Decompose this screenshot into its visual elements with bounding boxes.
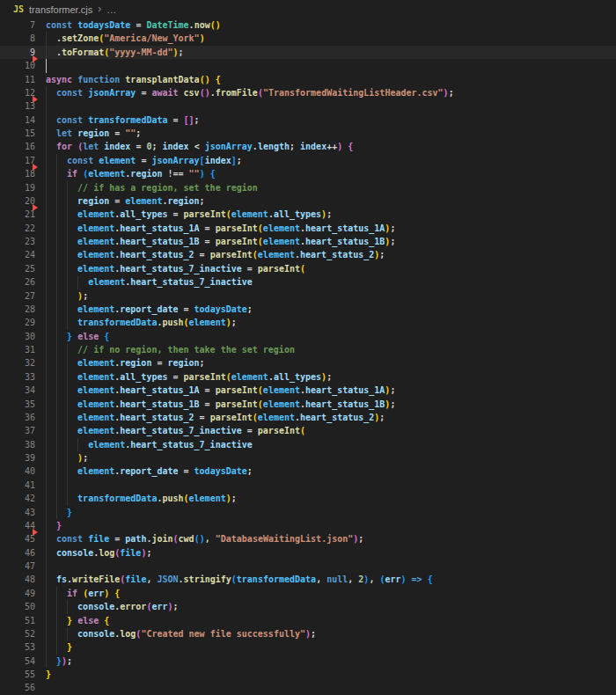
code-line[interactable]: 53}	[0, 640, 616, 654]
line-number[interactable]: 12	[0, 86, 35, 99]
breadcrumb-symbol-ellipsis[interactable]: …	[106, 4, 116, 15]
line-number[interactable]: 51	[0, 614, 35, 627]
line-number[interactable]: 22	[0, 222, 35, 235]
line-number[interactable]: 8	[0, 32, 35, 45]
code-editor[interactable]: 7const todaysDate = DateTime.now()8.setZ…	[0, 18, 616, 695]
line-number[interactable]: 41	[0, 479, 35, 492]
line-number[interactable]: 10	[0, 59, 35, 72]
line-number[interactable]: 34	[0, 384, 35, 397]
line-number[interactable]: 21	[0, 208, 35, 221]
breakpoint-marker-icon[interactable]	[33, 529, 38, 536]
line-number[interactable]: 38	[0, 438, 35, 451]
code-line[interactable]: 43}	[0, 506, 616, 519]
line-number[interactable]: 9	[0, 46, 35, 59]
line-number[interactable]: 33	[0, 370, 35, 384]
code-line[interactable]: 25element.heart_status_7_inactive = pars…	[0, 262, 616, 275]
line-number[interactable]: 18	[0, 167, 35, 180]
code-line[interactable]: 8.setZone("America/New_York")	[0, 32, 616, 45]
line-number[interactable]: 56	[0, 681, 35, 694]
code-line[interactable]: 34element.heart_status_1A = parseInt(ele…	[0, 384, 616, 397]
line-number[interactable]: 26	[0, 275, 35, 289]
breakpoint-marker-icon[interactable]	[33, 96, 38, 103]
line-number[interactable]: 48	[0, 573, 35, 586]
line-number[interactable]: 11	[0, 73, 35, 86]
code-line[interactable]: 30} else {	[0, 330, 616, 343]
line-number[interactable]: 24	[0, 248, 35, 261]
code-line[interactable]: 23element.heart_status_1B = parseInt(ele…	[0, 235, 616, 248]
breakpoint-marker-icon[interactable]	[33, 164, 38, 171]
code-line[interactable]: 47	[0, 560, 616, 573]
line-number[interactable]: 35	[0, 398, 35, 411]
line-number[interactable]: 14	[0, 113, 35, 127]
code-line[interactable]: 15let region = "";	[0, 127, 616, 140]
code-line[interactable]: 54});	[0, 655, 616, 668]
line-number[interactable]: 47	[0, 560, 35, 573]
breakpoint-marker-icon[interactable]	[33, 204, 38, 211]
line-number[interactable]: 23	[0, 235, 35, 248]
line-number[interactable]: 30	[0, 330, 35, 343]
line-number[interactable]: 27	[0, 289, 35, 303]
code-line[interactable]: 36element.heart_status_2 = parseInt(elem…	[0, 411, 616, 424]
line-number[interactable]: 29	[0, 316, 35, 329]
line-number[interactable]: 32	[0, 356, 35, 369]
code-line[interactable]: 40element.report_date = todaysDate;	[0, 465, 616, 478]
line-number[interactable]: 25	[0, 262, 35, 275]
code-line[interactable]: 29transformedData.push(element);	[0, 316, 616, 329]
code-line[interactable]: 45const file = path.join(cwd(), "Databas…	[0, 532, 616, 545]
code-line[interactable]: 41	[0, 479, 616, 492]
line-number[interactable]: 52	[0, 627, 35, 640]
line-number[interactable]: 53	[0, 640, 35, 654]
line-number[interactable]: 44	[0, 519, 35, 532]
code-line[interactable]: 19// if has a region, set the region	[0, 181, 616, 194]
line-number[interactable]: 16	[0, 140, 35, 153]
code-line[interactable]: 17const element = jsonArray[index];	[0, 154, 616, 167]
line-number[interactable]: 49	[0, 587, 35, 600]
code-line[interactable]: 28element.report_date = todaysDate;	[0, 303, 616, 316]
line-number[interactable]: 39	[0, 451, 35, 465]
line-number[interactable]: 19	[0, 181, 35, 194]
code-line[interactable]: 14const transformedData = [];	[0, 113, 616, 127]
code-line[interactable]: 24element.heart_status_2 = parseInt(elem…	[0, 248, 616, 261]
code-line[interactable]: 33element.all_types = parseInt(element.a…	[0, 370, 616, 384]
code-line[interactable]: 18if (element.region !== "") {	[0, 167, 616, 180]
line-number[interactable]: 50	[0, 600, 35, 613]
line-number[interactable]: 7	[0, 18, 35, 32]
line-number[interactable]: 20	[0, 194, 35, 208]
line-number[interactable]: 45	[0, 532, 35, 545]
line-number[interactable]: 13	[0, 99, 35, 113]
line-number[interactable]: 36	[0, 411, 35, 424]
code-line[interactable]: 55}	[0, 668, 616, 681]
code-line[interactable]: 32element.region = region;	[0, 356, 616, 369]
line-number[interactable]: 42	[0, 492, 35, 505]
code-line[interactable]: 46console.log(file);	[0, 546, 616, 560]
line-number[interactable]: 46	[0, 546, 35, 560]
code-line[interactable]: 56	[0, 681, 616, 694]
code-line[interactable]: 42transformedData.push(element);	[0, 492, 616, 505]
line-number[interactable]: 31	[0, 343, 35, 356]
code-line[interactable]: 13	[0, 99, 616, 113]
code-line[interactable]: 44}	[0, 519, 616, 532]
code-line[interactable]: 9.toFormat("yyyy-MM-dd");	[0, 46, 616, 59]
line-number[interactable]: 15	[0, 127, 35, 140]
code-line[interactable]: 26element.heart_status_7_inactive	[0, 275, 616, 289]
code-line[interactable]: 48fs.writeFile(file, JSON.stringify(tran…	[0, 573, 616, 586]
code-line[interactable]: 20region = element.region;	[0, 194, 616, 208]
code-line[interactable]: 27);	[0, 289, 616, 303]
line-number[interactable]: 17	[0, 154, 35, 167]
code-line[interactable]: 38element.heart_status_7_inactive	[0, 438, 616, 451]
code-line[interactable]: 10	[0, 59, 616, 72]
line-number[interactable]: 43	[0, 506, 35, 519]
code-line[interactable]: 52console.log("Created new file successf…	[0, 627, 616, 640]
code-line[interactable]: 21element.all_types = parseInt(element.a…	[0, 208, 616, 221]
code-line[interactable]: 51} else {	[0, 614, 616, 627]
code-line[interactable]: 16for (let index = 0; index < jsonArray.…	[0, 140, 616, 153]
code-line[interactable]: 31// if no region, then take the set reg…	[0, 343, 616, 356]
line-number[interactable]: 37	[0, 424, 35, 437]
code-line[interactable]: 12const jsonArray = await csv().fromFile…	[0, 86, 616, 99]
breakpoint-marker-icon[interactable]	[33, 55, 38, 62]
line-number[interactable]: 40	[0, 465, 35, 478]
code-line[interactable]: 11async function transplantData() {	[0, 73, 616, 86]
line-number[interactable]: 28	[0, 303, 35, 316]
code-line[interactable]: 39);	[0, 451, 616, 465]
code-line[interactable]: 37element.heart_status_7_inactive = pars…	[0, 424, 616, 437]
